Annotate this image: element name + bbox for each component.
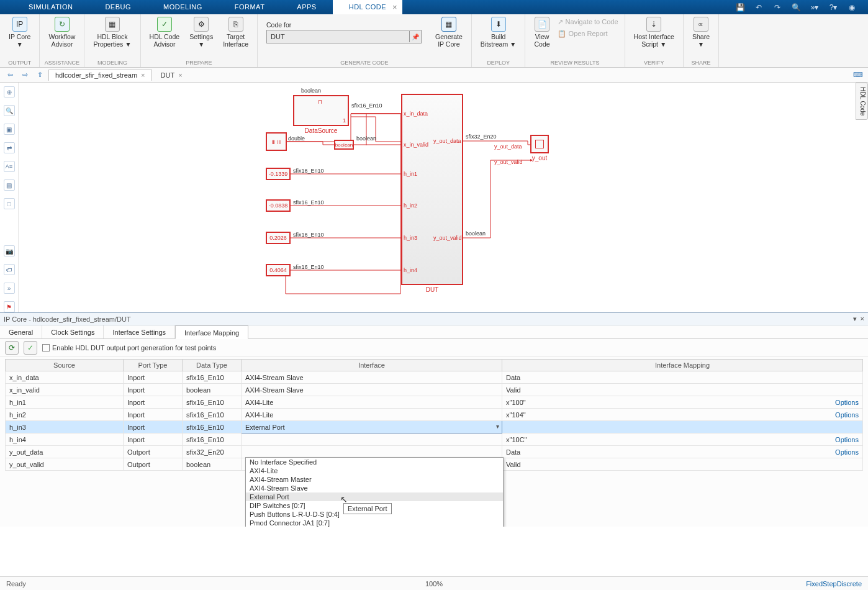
target-icon: ⎘	[228, 17, 243, 32]
block-datasource[interactable]: ⊓ 1	[293, 95, 349, 126]
interface-cell[interactable]	[242, 446, 502, 458]
code-for-select[interactable]: DUT 📌	[266, 30, 422, 43]
mapping-cell[interactable]: DataOptions	[502, 446, 863, 458]
palette-image-icon[interactable]: ▤	[4, 179, 15, 191]
mapping-cell[interactable]: x"104"Options	[502, 409, 863, 421]
host-interface-button[interactable]: ⇣ Host Interface Script ▼	[629, 16, 679, 49]
redo-icon[interactable]: ↷	[772, 2, 782, 12]
ip-core-button[interactable]: IP IP Core ▼	[4, 16, 35, 49]
workflow-advisor-button[interactable]: ↻ Workflow Advisor	[43, 16, 80, 49]
tab-general[interactable]: General	[0, 325, 42, 338]
hdl-block-props-button[interactable]: ▦ HDL Block Properties ▼	[88, 16, 136, 49]
hdl-code-side-tab[interactable]: HDL Code	[856, 83, 868, 120]
block-yout[interactable]	[530, 135, 549, 153]
palette-expand-icon[interactable]: »	[4, 283, 15, 294]
table-row[interactable]: h_in3 Inport sfix16_En10 External Port	[6, 421, 863, 433]
block-convert-boolean[interactable]: boolean	[334, 140, 354, 150]
source-cell: h_in4	[6, 433, 124, 446]
tab-modeling[interactable]: MODELING	[147, 0, 219, 14]
palette-annotate-icon[interactable]: A≡	[4, 161, 15, 172]
options-link[interactable]: Options	[835, 399, 859, 406]
breadcrumb-file[interactable]: hdlcoder_sfir_fixed_stream×	[48, 70, 152, 81]
tab-simulation[interactable]: SIMULATION	[12, 0, 89, 14]
share-button[interactable]: ∝ Share ▼	[687, 16, 715, 49]
block-dut[interactable]	[401, 94, 463, 285]
dropdown-option[interactable]: Pmod Connector JA1 [0:7]	[246, 519, 503, 527]
block-const1[interactable]: -0.1339	[266, 168, 291, 180]
interface-cell[interactable]: AXI4-Stream Slave	[242, 371, 502, 384]
tab-format[interactable]: FORMAT	[219, 0, 281, 14]
mapping-cell[interactable]: x"10C"Options	[502, 433, 863, 446]
tab-apps[interactable]: APPS	[281, 0, 332, 14]
block-signal-source[interactable]: ⫼⫼	[266, 132, 287, 151]
table-row[interactable]: y_out_data Outport sfix32_En20 DataOptio…	[6, 446, 863, 458]
mapping-cell[interactable]: Valid	[502, 384, 863, 396]
model-canvas[interactable]: ⊓ 1 DataSource boolean sfix16_En10 ⫼⫼ do…	[19, 83, 857, 312]
build-bitstream-button[interactable]: ⬇ Build Bitstream ▼	[476, 16, 522, 49]
undo-icon[interactable]: ↶	[754, 2, 764, 12]
min-ribbon-icon[interactable]: ◉	[847, 2, 857, 12]
refresh-button[interactable]: ⟳	[5, 341, 19, 355]
panel-menu-icon[interactable]: ▾	[853, 315, 857, 323]
view-code-button[interactable]: 📄 View Code	[529, 16, 554, 49]
palette-flag-icon[interactable]: ⚑	[4, 301, 15, 312]
dropdown-option[interactable]: AXI4-Stream Slave	[246, 484, 503, 492]
palette-fit-icon[interactable]: ▣	[4, 124, 15, 135]
tab-interface-settings[interactable]: Interface Settings	[104, 325, 175, 338]
nav-up-icon[interactable]: ⇧	[34, 70, 46, 81]
options-link[interactable]: Options	[835, 436, 859, 443]
target-interface-button[interactable]: ⎘ Target Interface	[218, 16, 253, 49]
table-row[interactable]: h_in2 Inport sfix16_En10 AXI4-Lite x"104…	[6, 409, 863, 421]
table-row[interactable]: x_in_data Inport sfix16_En10 AXI4-Stream…	[6, 371, 863, 384]
palette-routing-icon[interactable]: ⇄	[4, 142, 15, 153]
validate-button[interactable]: ✓	[24, 341, 37, 355]
block-const2[interactable]: -0.0838	[266, 199, 291, 212]
mapping-cell[interactable]	[502, 421, 863, 433]
search-icon[interactable]: 🔍	[791, 2, 801, 12]
breadcrumb-path[interactable]: DUT×	[155, 70, 189, 81]
interface-cell-dropdown[interactable]: External Port	[242, 421, 502, 433]
panel-close-icon[interactable]: ×	[861, 315, 864, 323]
help-icon[interactable]: ?▾	[828, 2, 838, 12]
interface-cell[interactable]: AXI4-Lite	[242, 396, 502, 409]
options-link[interactable]: Options	[835, 448, 859, 456]
tab-interface-mapping[interactable]: Interface Mapping	[175, 325, 248, 339]
status-solver[interactable]: FixedStepDiscrete	[806, 580, 862, 588]
block-const4[interactable]: 0.4064	[266, 264, 291, 276]
status-zoom[interactable]: 100%	[425, 580, 443, 588]
dropdown-option[interactable]: AXI4-Lite	[246, 466, 503, 475]
options-link[interactable]: Options	[835, 411, 859, 419]
tab-clock[interactable]: Clock Settings	[42, 325, 104, 338]
nav-back-icon[interactable]: ⇦	[4, 70, 16, 81]
settings-button[interactable]: ⚙ Settings ▼	[184, 16, 218, 49]
palette-badge-icon[interactable]: 🏷	[4, 264, 15, 275]
palette-box-icon[interactable]: □	[4, 198, 15, 209]
save-icon[interactable]: 💾	[735, 2, 745, 12]
tab-hdlcode[interactable]: HDL CODE	[333, 0, 402, 14]
more-icon[interactable]: »▾	[810, 2, 820, 12]
close-icon[interactable]: ×	[178, 71, 182, 79]
palette-autofit-icon[interactable]: ⊕	[4, 86, 15, 98]
tab-debug[interactable]: DEBUG	[89, 0, 147, 14]
generate-ipcore-button[interactable]: ▦ Generate IP Core	[430, 16, 468, 49]
dropdown-option[interactable]: External Port	[246, 492, 503, 501]
hdl-code-advisor-button[interactable]: ✓ HDL Code Advisor	[145, 16, 185, 49]
keyboard-icon[interactable]: ⌨	[852, 70, 864, 81]
table-row[interactable]: h_in1 Inport sfix16_En10 AXI4-Lite x"100…	[6, 396, 863, 409]
pin-icon[interactable]: 📌	[409, 31, 420, 42]
mapping-cell[interactable]: x"100"Options	[502, 396, 863, 409]
dropdown-option[interactable]: AXI4-Stream Master	[246, 475, 503, 484]
palette-screenshot-icon[interactable]: 📷	[4, 245, 15, 256]
table-row[interactable]: h_in4 Inport sfix16_En10 x"10C"Options	[6, 433, 863, 446]
enable-testpoints-checkbox[interactable]: Enable HDL DUT output port generation fo…	[42, 344, 216, 352]
interface-cell[interactable]: AXI4-Lite	[242, 409, 502, 421]
block-const3[interactable]: 0.2026	[266, 232, 291, 244]
dropdown-option[interactable]: No Interface Specified	[246, 458, 503, 466]
mapping-cell[interactable]: Valid	[502, 458, 863, 471]
palette-zoom-icon[interactable]: 🔍	[4, 105, 15, 116]
interface-cell[interactable]: AXI4-Stream Slave	[242, 384, 502, 396]
mapping-cell[interactable]: Data	[502, 371, 863, 384]
interface-cell[interactable]	[242, 433, 502, 446]
close-icon[interactable]: ×	[141, 71, 145, 79]
table-row[interactable]: x_in_valid Inport boolean AXI4-Stream Sl…	[6, 384, 863, 396]
